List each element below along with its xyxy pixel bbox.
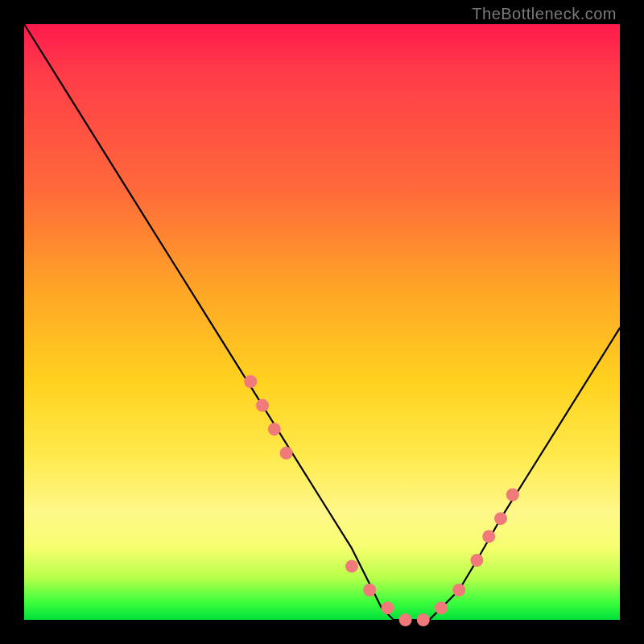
watermark-text: TheBottleneck.com (472, 5, 617, 23)
highlight-dot (399, 613, 412, 626)
highlight-dot (345, 559, 358, 572)
chart-frame: TheBottleneck.com (0, 0, 644, 644)
highlight-dot (256, 399, 269, 412)
plot-area (24, 24, 620, 620)
highlight-dot (482, 530, 495, 543)
bottleneck-curve (24, 24, 620, 620)
highlight-dots (244, 375, 519, 626)
highlight-dot (417, 613, 430, 626)
highlight-dot (506, 489, 519, 502)
highlight-dot (452, 584, 465, 597)
chart-svg (24, 24, 620, 620)
highlight-dot (494, 512, 507, 525)
highlight-dot (280, 447, 293, 460)
highlight-dot (470, 554, 483, 567)
highlight-dot (363, 584, 376, 597)
highlight-dot (381, 601, 394, 614)
highlight-dot (435, 601, 448, 614)
highlight-dot (244, 375, 257, 388)
highlight-dot (268, 423, 281, 436)
